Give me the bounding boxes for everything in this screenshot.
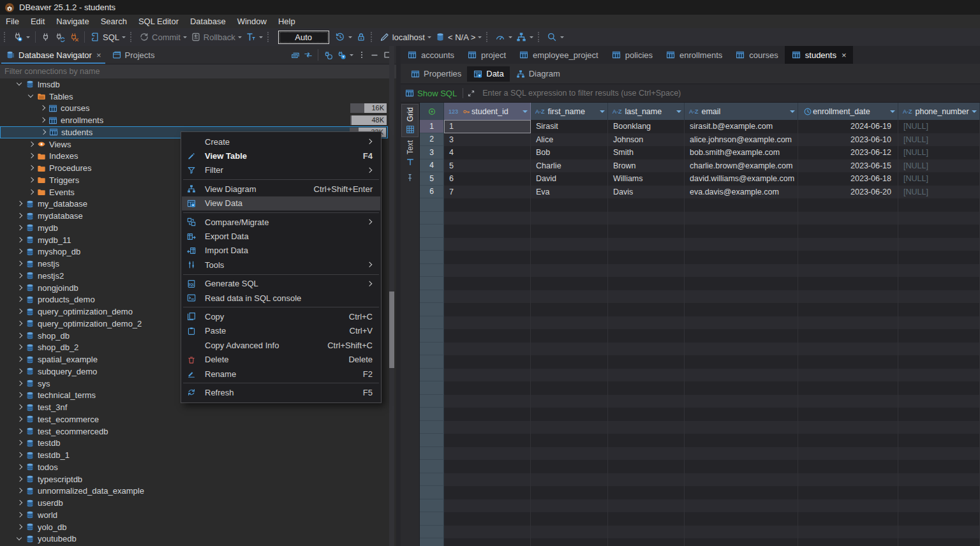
- empty-cell[interactable]: [685, 526, 798, 539]
- commit-icon[interactable]: [137, 31, 151, 43]
- context-menu-item-filter[interactable]: Filter: [182, 163, 380, 177]
- empty-cell[interactable]: [685, 434, 798, 447]
- tree-item-typescriptdb[interactable]: typescriptdb: [0, 473, 388, 485]
- row-number[interactable]: 2: [420, 133, 444, 147]
- empty-cell[interactable]: [531, 395, 608, 408]
- menu-sql-editor[interactable]: SQL Editor: [133, 15, 184, 27]
- empty-cell[interactable]: [444, 264, 531, 277]
- auto-commit-button[interactable]: Auto: [278, 31, 329, 44]
- context-menu-item-view-data[interactable]: View Data: [182, 196, 380, 210]
- empty-cell[interactable]: [898, 251, 980, 264]
- context-menu-item-rename[interactable]: RenameF2: [182, 367, 380, 381]
- sort-dropdown-icon[interactable]: [676, 110, 681, 115]
- empty-cell[interactable]: [531, 421, 608, 434]
- subtab-diagram[interactable]: Diagram: [510, 66, 566, 82]
- empty-cell[interactable]: [444, 408, 531, 421]
- empty-cell[interactable]: [531, 473, 608, 487]
- editor-tab-project[interactable]: project: [461, 46, 512, 64]
- context-menu-item-view-table[interactable]: View TableF4: [182, 149, 380, 163]
- filter-dropdown-icon[interactable]: [350, 54, 353, 58]
- chevron-right-icon[interactable]: [15, 271, 25, 280]
- chevron-right-icon[interactable]: [15, 379, 25, 388]
- sort-dropdown-icon[interactable]: [972, 110, 977, 115]
- cell[interactable]: 7: [444, 186, 531, 199]
- driver-edit-icon[interactable]: [378, 31, 392, 43]
- cell[interactable]: Charlie: [531, 159, 608, 173]
- empty-cell[interactable]: [798, 408, 898, 421]
- empty-cell[interactable]: [685, 408, 798, 421]
- editor-tab-courses[interactable]: courses: [729, 46, 785, 64]
- tree-item-enrollments[interactable]: enrollments48K: [0, 114, 388, 126]
- tree-item-unnormalized-data-example[interactable]: unnormalized_data_example: [0, 485, 388, 498]
- context-menu-item-copy[interactable]: CopyCtrl+C: [182, 309, 380, 323]
- empty-cell[interactable]: [898, 447, 980, 461]
- empty-cell[interactable]: [685, 355, 798, 369]
- disconnect-icon[interactable]: [67, 31, 81, 43]
- editor-tab-employee-project[interactable]: employee_project: [512, 46, 605, 64]
- transaction-history-icon[interactable]: [333, 31, 347, 43]
- cell[interactable]: Johnson: [608, 133, 685, 147]
- chevron-right-icon[interactable]: [15, 522, 25, 531]
- sort-dropdown-icon[interactable]: [890, 110, 895, 115]
- rollback-icon[interactable]: [189, 31, 203, 43]
- column-header-enrollment-date[interactable]: enrollment_date: [798, 103, 898, 120]
- empty-cell[interactable]: [798, 369, 898, 382]
- connection-filter-input[interactable]: [0, 64, 396, 78]
- cell[interactable]: alice.johnson@example.com: [685, 133, 798, 147]
- cell[interactable]: 2024-06-19: [798, 120, 898, 133]
- cell[interactable]: bob.smith@example.com: [685, 146, 798, 159]
- empty-cell[interactable]: [798, 538, 898, 546]
- sql-filter-input[interactable]: [481, 88, 980, 98]
- empty-cell[interactable]: [685, 381, 798, 395]
- empty-cell[interactable]: [798, 460, 898, 473]
- dashboard-icon[interactable]: [493, 31, 507, 43]
- tree-item-courses[interactable]: courses16K: [0, 103, 388, 115]
- new-connection-dropdown-icon[interactable]: [26, 36, 30, 40]
- empty-cell[interactable]: [608, 355, 685, 369]
- empty-cell[interactable]: [898, 343, 980, 356]
- chevron-right-icon[interactable]: [15, 475, 25, 483]
- cell[interactable]: 1: [444, 120, 531, 133]
- empty-cell[interactable]: [685, 447, 798, 461]
- empty-cell[interactable]: [898, 434, 980, 447]
- chevron-right-icon[interactable]: [15, 331, 25, 340]
- chevron-down-icon[interactable]: [15, 535, 25, 543]
- commit-dropdown-icon[interactable]: [183, 36, 187, 40]
- tree-item-testdb[interactable]: testdb: [0, 438, 388, 450]
- empty-cell[interactable]: [444, 329, 531, 343]
- empty-cell[interactable]: [798, 290, 898, 304]
- empty-cell[interactable]: [444, 355, 531, 369]
- empty-cell[interactable]: [898, 408, 980, 421]
- empty-cell[interactable]: [798, 225, 898, 238]
- context-menu-item-view-diagram[interactable]: View DiagramCtrl+Shift+Enter: [182, 182, 380, 196]
- rollback-button[interactable]: Rollback: [204, 33, 235, 42]
- sql-editor-dropdown-icon[interactable]: [122, 36, 126, 40]
- cell[interactable]: [NULL]: [898, 172, 980, 186]
- view-menu-icon[interactable]: [355, 49, 368, 61]
- chevron-right-icon[interactable]: [15, 200, 25, 209]
- empty-cell[interactable]: [608, 538, 685, 546]
- empty-cell[interactable]: [685, 238, 798, 251]
- chevron-right-icon[interactable]: [15, 391, 25, 400]
- cell[interactable]: charlie.brown@example.com: [685, 159, 798, 173]
- empty-cell[interactable]: [444, 526, 531, 539]
- chevron-down-icon[interactable]: [15, 80, 25, 89]
- presentation-tab-grid[interactable]: Grid: [401, 104, 419, 137]
- empty-cell[interactable]: [608, 225, 685, 238]
- subtab-data[interactable]: Data: [467, 66, 509, 82]
- empty-cell[interactable]: [531, 198, 608, 212]
- empty-cell[interactable]: [608, 512, 685, 526]
- empty-cell[interactable]: [798, 238, 898, 251]
- empty-cell[interactable]: [898, 499, 980, 513]
- empty-cell[interactable]: [444, 198, 531, 212]
- empty-cell[interactable]: [444, 290, 531, 304]
- tree-item-testdb-1[interactable]: testdb_1: [0, 449, 388, 461]
- empty-cell[interactable]: [898, 238, 980, 251]
- cell[interactable]: 2023-06-15: [798, 159, 898, 173]
- tree-item-world[interactable]: world: [0, 509, 388, 521]
- commit-button[interactable]: Commit: [152, 33, 181, 42]
- empty-cell[interactable]: [798, 329, 898, 343]
- empty-cell[interactable]: [898, 316, 980, 330]
- chevron-right-icon[interactable]: [39, 128, 48, 136]
- empty-cell[interactable]: [798, 316, 898, 330]
